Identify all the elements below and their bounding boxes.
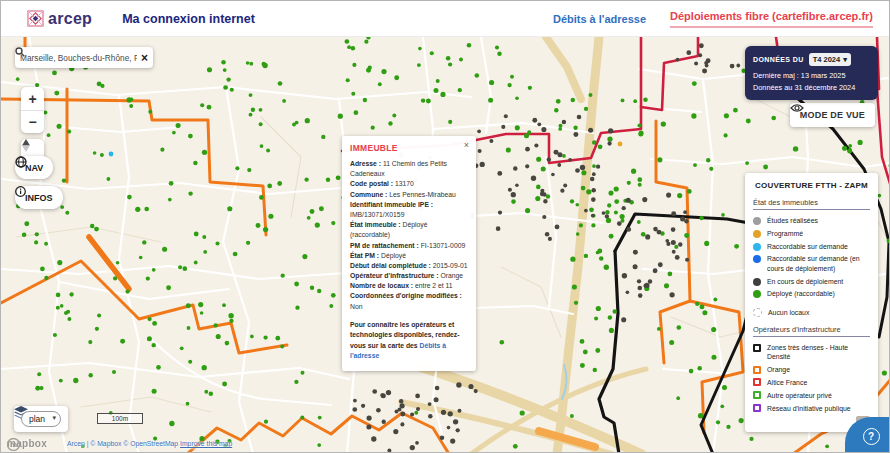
app-window: arcep Ma connexion internet Débits à l'a…: [0, 0, 890, 453]
legend-title: COUVERTURE FTTH - ZAPM: [753, 181, 870, 190]
popup-title: IMMEUBLE: [350, 143, 468, 153]
mode-de-vue-label: MODE DE VUE: [800, 110, 865, 120]
svg-text:m: m: [10, 440, 17, 449]
legend-item-aucun-locaux: Aucun locaux: [753, 308, 870, 317]
basemap-select[interactable]: plan ▾: [21, 411, 61, 427]
popup-field: État immeuble : Déployé (raccordable): [350, 220, 468, 240]
legend-item: Raccordable sur demande (en cours de dép…: [753, 254, 870, 273]
arcep-logo[interactable]: arcep: [27, 10, 92, 28]
chevron-down-icon: ▾: [843, 55, 847, 64]
popup-field: Opérateur d'infrastructure : Orange: [350, 271, 468, 281]
arcep-logo-icon: [27, 10, 44, 27]
legend-item: En cours de déploiement: [753, 277, 870, 286]
legend-panel: COUVERTURE FTTH - ZAPM État des immeuble…: [745, 173, 878, 432]
search-clear-icon[interactable]: ×: [141, 52, 148, 64]
arcep-logo-text: arcep: [48, 10, 92, 28]
legend-section-estate: État des immeubles: [753, 198, 870, 210]
legend-item: Déployé (raccordable): [753, 289, 870, 298]
search-input[interactable]: Marseille, Bouches-du-Rhône, F: [20, 53, 137, 63]
dashed-circle-icon: [753, 308, 762, 317]
improve-map-link[interactable]: Improve this map: [180, 440, 232, 447]
zoom-out-button[interactable]: −: [21, 110, 44, 133]
top-header: arcep Ma connexion internet Débits à l'a…: [1, 1, 889, 37]
legend-item: Réseau d'initiative publique: [753, 404, 870, 413]
data-date-text: Données au 31 décembre 2024: [753, 83, 870, 92]
legend-item: Zones très denses - Haute Densité: [753, 343, 870, 362]
legend-item: Orange: [753, 365, 870, 374]
operator-swatch: [753, 344, 761, 352]
operator-swatch: [753, 378, 761, 386]
popup-field: État PM : Déployé: [350, 251, 468, 261]
mapbox-logo-icon: m: [7, 438, 20, 451]
data-period-panel: DONNÉES DU T4 2024 ▾ Dernière maj : 13 m…: [745, 46, 878, 100]
basemap-control: plan ▾: [14, 406, 68, 432]
map-attribution: Arcep | © Mapbox © OpenStreetMap Improve…: [67, 440, 232, 447]
status-dot: [753, 243, 761, 251]
legend-item: Altice France: [753, 378, 870, 387]
scale-bar: 100m: [97, 413, 143, 424]
popup-footer: Pour connaître les opérateurs et technol…: [350, 320, 468, 362]
status-dot: [753, 290, 761, 298]
infos-button[interactable]: INFOS: [15, 186, 63, 209]
globe-icon: [15, 156, 27, 168]
zoom-in-button[interactable]: +: [21, 87, 44, 110]
info-icon: [15, 186, 26, 197]
popup-field: Adresse : 11 Chemin des Petits Cadeneaux: [350, 159, 468, 179]
operator-swatch: [753, 391, 761, 399]
mode-de-vue-button[interactable]: MODE DE VUE: [790, 103, 875, 127]
link-deploiements-fibre[interactable]: Déploiements fibre (cartefibre.arcep.fr): [670, 10, 873, 28]
data-period-label: DONNÉES DU: [753, 56, 804, 63]
map-viewport[interactable]: Marseille, Bouches-du-Rhône, F × + − NAV: [1, 37, 890, 453]
legend-section-operators: Opérateurs d'infrastructure: [753, 325, 870, 337]
data-quarter-select[interactable]: T4 2024 ▾: [809, 53, 851, 66]
link-debits-adresse[interactable]: Débits à l'adresse: [553, 13, 646, 25]
operator-swatch: [753, 366, 761, 374]
nav-button[interactable]: NAV: [15, 156, 53, 179]
legend-item: Autre opérateur privé: [753, 391, 870, 400]
compass-icon: [21, 139, 31, 152]
chevron-down-icon: ▾: [53, 414, 57, 422]
popup-field: Commune : Les Pennes-Mirabeau: [350, 190, 468, 200]
popup-field: Nombre de locaux : entre 2 et 11: [350, 281, 468, 291]
operator-swatch: [753, 404, 761, 412]
status-dot: [753, 278, 761, 286]
popup-close-icon[interactable]: ×: [464, 141, 469, 150]
mapbox-logo[interactable]: m mapbox: [7, 438, 47, 449]
building-popup: × IMMEUBLE Adresse : 11 Chemin des Petit…: [342, 136, 476, 371]
infos-button-label: INFOS: [25, 193, 53, 203]
search-icon: [15, 47, 25, 57]
search-box[interactable]: Marseille, Bouches-du-Rhône, F ×: [15, 47, 153, 68]
page-title: Ma connexion internet: [122, 12, 255, 26]
popup-field: Coordonnées d'origine modifiées : Non: [350, 291, 468, 311]
status-dot: [753, 230, 761, 238]
eye-icon: [790, 103, 804, 113]
legend-item: Raccordable sur demande: [753, 242, 870, 251]
status-dot: [753, 255, 761, 263]
nav-button-label: NAV: [25, 163, 43, 173]
popup-field: Identifiant immeuble IPE : IMB/13071/X01…: [350, 200, 468, 220]
legend-item: Études réalisées: [753, 216, 870, 225]
popup-field: Début délai complétude : 2015-09-01: [350, 261, 468, 271]
popup-field: Code postal : 13170: [350, 179, 468, 189]
legend-item: Programmé: [753, 229, 870, 238]
zoom-controls: + −: [21, 87, 44, 133]
status-dot: [753, 217, 761, 225]
popup-field: PM de rattachement : FI-13071-0009: [350, 241, 468, 251]
last-update-text: Dernière maj : 13 mars 2025: [753, 71, 870, 80]
question-mark-icon: ?: [863, 428, 880, 445]
